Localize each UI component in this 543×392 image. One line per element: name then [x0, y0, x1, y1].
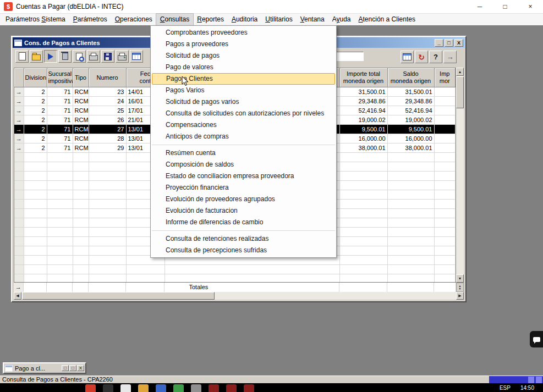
menu-item-parametros[interactable]: Parámetros: [69, 14, 111, 25]
open-folder-icon: [32, 54, 41, 60]
clock[interactable]: 14:50: [520, 385, 534, 391]
new-document-button[interactable]: [15, 50, 29, 63]
export-grid-button[interactable]: [130, 50, 143, 63]
print-button[interactable]: [87, 50, 100, 63]
dropdown-item-resumen-cuenta[interactable]: Resúmen cuenta: [151, 147, 336, 159]
dropdown-item-solicitud-de-pagos-varios[interactable]: Solicitud de pagos varios: [151, 96, 336, 108]
menu-item-parametros-sistema[interactable]: Parámetros Sistema: [2, 14, 69, 25]
preview-button[interactable]: [73, 50, 86, 63]
open-folder-button[interactable]: [30, 50, 43, 63]
dropdown-item-anticipos-de-compras[interactable]: Anticipos de compras: [151, 131, 336, 142]
dropdown-item-informe-de-diferencias-de-cambio[interactable]: Informe de diferencias de cambio: [151, 217, 336, 228]
close-button[interactable]: ×: [518, 0, 543, 13]
dropdown-item-solicitud-de-pagos[interactable]: Solicitud de pagos: [151, 50, 336, 62]
menu-item-operaciones[interactable]: Operaciones: [111, 14, 156, 25]
app-titlebar: $ Cuentas a Pagar (dbELDIA - INTEC) ─ □ …: [0, 0, 543, 14]
dropdown-item-pagos-a-proveedores[interactable]: Pagos a proveedores: [151, 38, 336, 50]
status-scroll-segment[interactable]: [536, 377, 542, 383]
menu-item-reportes[interactable]: Reportes: [193, 14, 228, 25]
taskbar-icon-8[interactable]: [209, 384, 219, 392]
scroll-right-icon[interactable]: ▶: [456, 292, 464, 300]
child-close-button[interactable]: X: [454, 39, 463, 47]
taskbar-icon-7[interactable]: [191, 384, 201, 392]
preview-icon: [76, 53, 83, 60]
menu-item-consultas[interactable]: Consultas: [156, 14, 193, 25]
taskbar-tray: ESP 14:50: [500, 385, 534, 391]
dropdown-item-evolucion-de-facturacion[interactable]: Evolución de facturacion: [151, 205, 336, 217]
taskbar-icon-2[interactable]: [103, 384, 113, 392]
dropdown-item-pago-a-clientes[interactable]: Pago a Clientes: [152, 73, 335, 85]
toolbar-right-group: ↻?→: [401, 51, 458, 63]
language-indicator[interactable]: ESP: [500, 385, 511, 391]
statusbar: Consulta de Pagos a Clientes - CPA2260: [0, 376, 543, 383]
child-maximize-button[interactable]: □: [445, 39, 453, 47]
maximize-button[interactable]: □: [69, 365, 76, 371]
save-button[interactable]: [101, 50, 114, 63]
close-button[interactable]: X: [77, 365, 84, 371]
delete-button[interactable]: [58, 50, 72, 63]
print-setup-button[interactable]: [116, 50, 129, 63]
horizontal-scrollbar[interactable]: ◀ ▶: [14, 292, 464, 300]
exit-button[interactable]: →: [443, 51, 457, 63]
taskbar-icon-5[interactable]: [156, 384, 166, 392]
column-header-division[interactable]: Division: [24, 68, 47, 87]
taskbar-icon-1[interactable]: [85, 384, 96, 392]
column-header[interactable]: [14, 68, 24, 87]
dropdown-item-comprobantes-proveedores[interactable]: Comprobantes proveedores: [151, 27, 336, 38]
scroll-left-icon[interactable]: ◀: [14, 292, 21, 300]
restore-button[interactable]: □: [62, 365, 69, 371]
dropdown-item-compensaciones[interactable]: Compensaciones: [151, 119, 336, 131]
menubar: Parámetros SistemaParámetrosOperacionesC…: [0, 14, 543, 25]
dropdown-item-pagos-varios[interactable]: Pagos Varios: [151, 85, 336, 96]
dropdown-item-estado-de-conciliacion-empresa-proveedora[interactable]: Estado de conciliacion empresa proveedor…: [151, 170, 336, 182]
menu-item-utilitarios[interactable]: Utilitarios: [261, 14, 296, 25]
vertical-scroll-thumb[interactable]: [456, 76, 464, 108]
dropdown-item-proyeccion-financiera[interactable]: Proyección financiera: [151, 182, 336, 194]
column-header-sucursal[interactable]: Sucursalimpositiva: [47, 68, 73, 87]
menu-item-ventana[interactable]: Ventana: [297, 14, 328, 25]
dropdown-item-consulta-de-retenciones-realizadas[interactable]: Consulta de retenciones realizadas: [151, 233, 336, 245]
taskbar-icon-4[interactable]: [138, 384, 149, 392]
vertical-scrollbar[interactable]: ▲ ▼: [456, 68, 464, 283]
run-button[interactable]: [44, 50, 57, 63]
grid-spin-control[interactable]: ▲ ▼: [456, 283, 464, 292]
table-view-button[interactable]: [401, 51, 414, 63]
minimize-button[interactable]: ─: [467, 0, 492, 13]
spin-down-icon: ▼: [459, 288, 462, 290]
horizontal-scroll-thumb[interactable]: [22, 292, 215, 300]
status-scrollbar[interactable]: [489, 376, 543, 384]
status-scroll-segment[interactable]: [528, 377, 534, 383]
column-header-imp[interactable]: Impmor: [434, 68, 456, 87]
taskbar-icon-9[interactable]: [226, 384, 237, 392]
column-header-tipo[interactable]: Tipo: [73, 68, 89, 87]
column-header-importe-total[interactable]: Importe totalmoneda origen: [339, 68, 387, 87]
dropdown-item-consulta-de-percepciones-sufridas[interactable]: Consulta de percepciones sufridas: [151, 245, 336, 256]
app-title: Cuentas a Pagar (dbELDIA - INTEC): [16, 3, 123, 10]
grid-empty-row: [14, 265, 456, 274]
window-grid-icon: [5, 365, 13, 372]
child-minimize-button[interactable]: _: [435, 39, 443, 47]
scroll-up-icon[interactable]: ▲: [456, 68, 464, 76]
speech-bubble-icon: [533, 337, 540, 342]
minimized-window[interactable]: Pago a cl... □ □ X: [3, 362, 86, 374]
dropdown-item-pago-de-valores[interactable]: Pago de valores: [151, 62, 336, 73]
menu-item-ayuda[interactable]: Ayuda: [328, 14, 355, 25]
menu-item-atencion-a-clientes[interactable]: Atención a Clientes: [355, 14, 419, 25]
column-header-saldo[interactable]: Saldomoneda origen: [387, 68, 434, 87]
scroll-down-icon[interactable]: ▼: [456, 274, 464, 283]
taskbar-icon-3[interactable]: [120, 384, 131, 392]
chat-bubble-icon[interactable]: [530, 331, 543, 347]
column-header-numero[interactable]: Numero: [89, 68, 126, 87]
print-icon: [89, 55, 98, 60]
mdi-area: Cons. de Pagos a Clientes _ □ X ↻?→ Divi…: [0, 25, 543, 376]
dropdown-item-composicion-de-saldos[interactable]: Composición de saldos: [151, 159, 336, 170]
maximize-button[interactable]: □: [492, 0, 518, 13]
dropdown-item-evolucion-de-proveedores-agrupados[interactable]: Evolución de proveedores agrupados: [151, 194, 336, 205]
refresh-button[interactable]: ↻: [415, 51, 428, 63]
taskbar-icon-6[interactable]: [173, 384, 184, 392]
dropdown-item-consulta-de-solicitudes-con-autorizaciones-por-niveles[interactable]: Consulta de solicitudes con autorizacion…: [151, 108, 336, 119]
mouse-cursor: [182, 76, 189, 89]
taskbar-icon-10[interactable]: [244, 384, 254, 392]
help-button[interactable]: ?: [429, 51, 442, 63]
menu-item-auditoria[interactable]: Auditoria: [228, 14, 261, 25]
